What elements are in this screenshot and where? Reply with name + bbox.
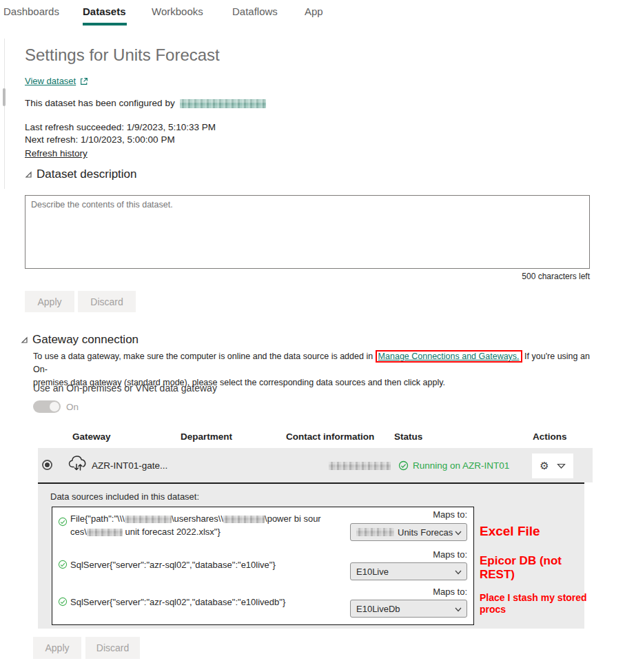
col-header-gateway: Gateway xyxy=(72,431,111,442)
tab-workbooks[interactable]: Workbooks xyxy=(152,6,203,17)
col-header-actions: Actions xyxy=(533,431,567,442)
source-sqlserver-e10livedb: SqlServer{"server":"azr-sql02","database… xyxy=(70,595,322,609)
row-actions: ⚙ xyxy=(532,454,573,478)
col-header-department: Department xyxy=(181,431,232,442)
collapse-triangle-icon xyxy=(21,336,28,344)
dataset-description-section-header[interactable]: Dataset description xyxy=(25,167,137,181)
refresh-history-link[interactable]: Refresh history xyxy=(25,148,88,159)
tab-datasets[interactable]: Datasets xyxy=(83,6,126,17)
toggle-state-label: On xyxy=(66,402,79,412)
gateway-status: Running on AZR-INT01 xyxy=(398,460,509,471)
annotation-excel-file: Excel File xyxy=(480,524,540,539)
gateway-toggle[interactable] xyxy=(33,400,61,413)
annotation-stored-procs: Place I stash my stored procs xyxy=(480,592,602,615)
annotation-epicor-db: Epicor DB (not REST) xyxy=(480,554,590,582)
dataset-description-title: Dataset description xyxy=(37,167,137,181)
source-sqlserver-e10live: SqlServer{"server":"azr-sql02","database… xyxy=(70,558,322,571)
manage-connections-link[interactable]: Manage Connections and Gateways. xyxy=(378,352,520,361)
select-prefix-redacted xyxy=(356,528,394,536)
col-header-contact: Contact information xyxy=(286,431,374,442)
view-dataset-link[interactable]: View dataset xyxy=(25,76,88,86)
gateway-connection-title: Gateway connection xyxy=(32,333,139,347)
tab-dataflows[interactable]: Dataflows xyxy=(232,6,278,17)
path-part: File{"path":"\\\ xyxy=(70,513,125,524)
last-refresh-text: Last refresh succeeded: 1/9/2023, 5:10:3… xyxy=(25,122,216,132)
collapse-triangle-icon xyxy=(25,171,32,179)
col-header-status: Status xyxy=(394,431,422,442)
gear-icon[interactable]: ⚙ xyxy=(540,461,549,471)
source-ok-icon xyxy=(58,597,68,607)
gateway-toggle-label: Use an On-premises or VNet data gateway xyxy=(33,383,217,394)
page-title: Settings for Units Forecast xyxy=(25,45,220,65)
source-file-path: File{"path":"\\\\usershares\\\power bi s… xyxy=(70,512,322,538)
configured-by-text: This dataset has been configured by xyxy=(25,98,175,108)
chevron-down-icon xyxy=(455,570,462,575)
characters-left-text: 500 characters left xyxy=(522,272,590,281)
datasources-title: Data sources included in this dataset: xyxy=(50,491,199,502)
toggle-knob xyxy=(50,402,59,411)
maps-to-label: Maps to: xyxy=(433,509,467,520)
description-textarea[interactable] xyxy=(25,195,590,269)
next-refresh-text: Next refresh: 1/10/2023, 5:00:00 PM xyxy=(25,134,175,145)
tab-dashboards[interactable]: Dashboards xyxy=(3,6,59,17)
source-ok-icon xyxy=(58,560,68,569)
left-scrollbar-track xyxy=(4,39,5,189)
row-expand-chevron-icon[interactable] xyxy=(557,463,566,469)
description-discard-button[interactable]: Discard xyxy=(78,291,136,312)
description-apply-button[interactable]: Apply xyxy=(25,291,74,312)
gateway-name: AZR-INT01-gate... xyxy=(92,460,167,471)
path-redacted xyxy=(223,516,265,523)
maps-to-select-file[interactable]: Units Forecas xyxy=(350,523,467,541)
source-ok-icon xyxy=(58,517,68,527)
maps-to-select-e10livedb[interactable]: E10LiveDb xyxy=(350,600,467,618)
settings-page: Dashboards Datasets Workbooks Dataflows … xyxy=(0,0,625,672)
gateway-radio-selected[interactable] xyxy=(42,460,52,470)
maps-to-select-e10live[interactable]: E10Live xyxy=(350,562,467,580)
red-annotation-box: Manage Connections and Gateways. xyxy=(376,350,522,363)
path-redacted xyxy=(87,529,123,536)
datasources-box: File{"path":"\\\\usershares\\\power bi s… xyxy=(52,507,474,625)
left-scrollbar-thumb[interactable] xyxy=(3,88,6,106)
intro-before-link: To use a data gateway, make sure the com… xyxy=(33,352,376,361)
status-text: Running on AZR-INT01 xyxy=(413,460,509,471)
chevron-down-icon xyxy=(455,607,462,612)
select-value: E10LiveDb xyxy=(356,604,400,614)
select-value: E10Live xyxy=(356,567,389,577)
configured-by-line: This dataset has been configured by xyxy=(25,98,266,108)
configured-by-redacted xyxy=(180,99,266,108)
chevron-down-icon xyxy=(455,531,462,536)
path-part: \usershares\\ xyxy=(172,513,223,524)
gateway-connection-section-header[interactable]: Gateway connection xyxy=(21,333,139,347)
maps-to-label: Maps to: xyxy=(433,549,467,560)
gateway-cloud-icon xyxy=(68,456,88,474)
tab-app[interactable]: App xyxy=(305,6,323,17)
gateway-table-row[interactable]: AZR-INT01-gate... Running on AZR-INT01 ⚙ xyxy=(38,448,593,482)
status-check-icon xyxy=(398,460,409,471)
path-part: unit forecast 2022.xlsx"} xyxy=(123,527,221,537)
path-redacted xyxy=(125,516,172,523)
maps-to-label: Maps to: xyxy=(433,587,467,597)
gateway-apply-button[interactable]: Apply xyxy=(33,637,81,659)
select-value: Units Forecas xyxy=(398,527,453,538)
external-link-icon xyxy=(80,77,88,85)
active-tab-underline xyxy=(83,23,127,26)
view-dataset-label: View dataset xyxy=(25,76,76,86)
gateway-discard-button[interactable]: Discard xyxy=(85,637,140,659)
contact-info-redacted xyxy=(329,462,391,470)
